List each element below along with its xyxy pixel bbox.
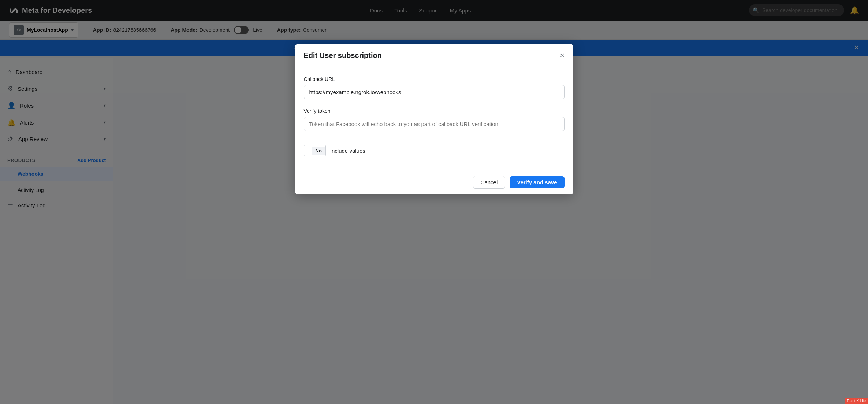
verify-save-button[interactable]: Verify and save — [510, 176, 564, 188]
verify-token-input[interactable] — [304, 117, 565, 131]
include-values-toggle[interactable]: No — [304, 145, 326, 156]
verify-token-label: Verify token — [304, 108, 565, 114]
callback-url-label: Callback URL — [304, 76, 565, 82]
edit-subscription-modal: Edit User subscription × Callback URL Ve… — [295, 44, 573, 194]
modal-close-button[interactable]: × — [560, 51, 565, 60]
callback-url-group: Callback URL — [304, 76, 565, 99]
modal-body: Callback URL Verify token No Include val… — [295, 67, 573, 170]
cancel-button[interactable]: Cancel — [473, 176, 506, 189]
modal-footer: Cancel Verify and save — [295, 170, 573, 194]
paint-x-badge: Paint X Lite — [845, 398, 868, 404]
modal-header: Edit User subscription × — [295, 44, 573, 67]
include-values-label: Include values — [330, 148, 365, 154]
callback-url-input[interactable] — [304, 85, 565, 99]
modal-title: Edit User subscription — [304, 51, 382, 60]
toggle-no-label: No — [312, 147, 325, 155]
modal-overlay[interactable]: Edit User subscription × Callback URL Ve… — [0, 0, 868, 404]
include-values-row: No Include values — [304, 140, 565, 161]
verify-token-group: Verify token — [304, 108, 565, 131]
toggle-off-side — [304, 149, 312, 152]
